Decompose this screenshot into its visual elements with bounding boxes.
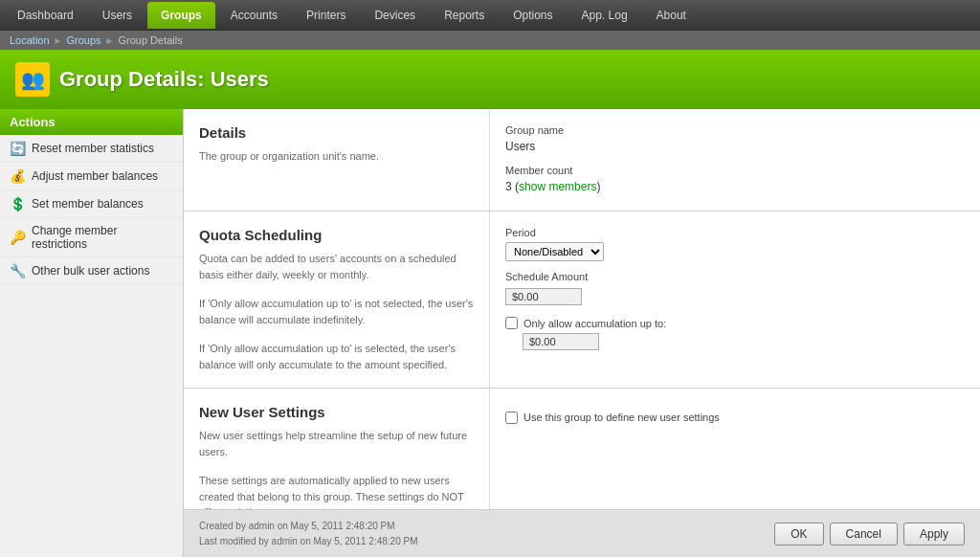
footer: Created by admin on May 5, 2011 2:48:20 … — [184, 509, 980, 557]
accumulation-label: Only allow accumulation up to: — [523, 318, 666, 329]
breadcrumb-location[interactable]: Location — [10, 34, 50, 46]
schedule-amount-label: Schedule Amount — [505, 271, 965, 282]
new-user-checkbox-row: Use this group to define new user settin… — [505, 412, 965, 424]
ok-button[interactable]: OK — [774, 523, 823, 546]
tab-options[interactable]: Options — [500, 2, 566, 29]
footer-modified: Last modified by admin on May 5, 2011 2:… — [199, 534, 417, 549]
new-user-checkbox[interactable] — [505, 412, 518, 424]
new-user-section: New User Settings New user settings help… — [184, 389, 980, 509]
page-title: Group Details: Users — [59, 67, 269, 92]
new-user-checkbox-label: Use this group to define new user settin… — [523, 412, 720, 423]
details-left: Details The group or organization unit's… — [184, 109, 490, 211]
group-name-value: Users — [505, 138, 965, 155]
tab-reports[interactable]: Reports — [431, 2, 498, 29]
accumulation-checkbox[interactable] — [505, 317, 518, 329]
period-select[interactable]: None/Disabled — [505, 242, 604, 261]
breadcrumb-groups[interactable]: Groups — [67, 34, 101, 46]
set-icon: 💲 — [10, 196, 26, 212]
sidebar-item-set[interactable]: 💲 Set member balances — [0, 190, 183, 218]
reset-icon: 🔄 — [10, 141, 26, 156]
period-label: Period — [505, 227, 965, 238]
new-user-desc2: These settings are automatically applied… — [199, 473, 474, 509]
accumulation-input[interactable] — [523, 333, 599, 350]
new-user-right: Use this group to define new user settin… — [490, 389, 980, 509]
sidebar-label-change: Change member restrictions — [32, 224, 173, 251]
page-header-icon: 👥 — [15, 62, 50, 97]
apply-button[interactable]: Apply — [903, 523, 965, 546]
period-select-wrapper: None/Disabled — [505, 242, 965, 261]
quota-left: Quota Scheduling Quota can be added to u… — [184, 212, 490, 388]
quota-desc1: Quota can be added to users' accounts on… — [199, 251, 474, 282]
tab-printers[interactable]: Printers — [293, 2, 359, 29]
member-count-value: 3 (show members) — [505, 178, 965, 195]
schedule-amount-input[interactable] — [505, 288, 582, 305]
breadcrumb-sep1: ► — [54, 35, 63, 46]
adjust-icon: 💰 — [10, 168, 26, 184]
sidebar-label-bulk: Other bulk user actions — [32, 264, 149, 278]
details-title: Details — [199, 124, 474, 141]
member-count-label: Member count — [505, 165, 965, 176]
breadcrumb-current: Group Details — [118, 34, 182, 46]
tab-dashboard[interactable]: Dashboard — [4, 2, 87, 29]
details-desc: The group or organization unit's name. — [199, 148, 474, 165]
sidebar-item-change[interactable]: 🔑 Change member restrictions — [0, 218, 183, 257]
cancel-button[interactable]: Cancel — [830, 523, 898, 546]
show-members-link[interactable]: show members — [519, 180, 596, 193]
top-navigation: Dashboard Users Groups Accounts Printers… — [0, 0, 980, 31]
breadcrumb-sep2: ► — [105, 35, 115, 46]
new-user-title: New User Settings — [199, 404, 474, 420]
sidebar-label-reset: Reset member statistics — [32, 142, 154, 155]
quota-desc3: If 'Only allow accumulation up to' is se… — [199, 341, 474, 372]
breadcrumb: Location ► Groups ► Group Details — [0, 31, 980, 50]
page-header: 👥 Group Details: Users — [0, 50, 980, 109]
footer-info: Created by admin on May 5, 2011 2:48:20 … — [199, 519, 417, 549]
new-user-left: New User Settings New user settings help… — [184, 389, 490, 509]
tab-applog[interactable]: App. Log — [568, 2, 641, 29]
change-icon: 🔑 — [10, 230, 26, 245]
group-name-label: Group name — [505, 124, 965, 136]
sidebar-header: Actions — [0, 109, 183, 135]
details-section: Details The group or organization unit's… — [184, 109, 980, 212]
quota-section: Quota Scheduling Quota can be added to u… — [184, 212, 980, 389]
member-count-number: 3 — [505, 180, 512, 193]
tab-devices[interactable]: Devices — [361, 2, 429, 29]
sidebar: Actions 🔄 Reset member statistics 💰 Adju… — [0, 109, 184, 557]
main-content: Actions 🔄 Reset member statistics 💰 Adju… — [0, 109, 980, 557]
content-wrapper: Details The group or organization unit's… — [184, 109, 980, 557]
new-user-desc1: New user settings help streamline the se… — [199, 428, 474, 459]
content-panel: Details The group or organization unit's… — [184, 109, 980, 509]
sidebar-label-set: Set member balances — [32, 197, 144, 211]
sidebar-item-bulk[interactable]: 🔧 Other bulk user actions — [0, 257, 183, 285]
accumulation-checkbox-row: Only allow accumulation up to: — [505, 317, 965, 329]
tab-users[interactable]: Users — [89, 2, 145, 29]
sidebar-item-reset[interactable]: 🔄 Reset member statistics — [0, 135, 183, 163]
quota-right: Period None/Disabled Schedule Amount Onl… — [490, 212, 980, 388]
bulk-icon: 🔧 — [10, 263, 26, 278]
sidebar-label-adjust: Adjust member balances — [32, 169, 158, 183]
footer-created: Created by admin on May 5, 2011 2:48:20 … — [199, 519, 417, 534]
tab-groups[interactable]: Groups — [147, 2, 215, 29]
footer-buttons: OK Cancel Apply — [774, 523, 965, 546]
tab-about[interactable]: About — [643, 2, 700, 29]
tab-accounts[interactable]: Accounts — [217, 2, 291, 29]
quota-desc2: If 'Only allow accumulation up to' is no… — [199, 296, 474, 327]
details-right: Group name Users Member count 3 (show me… — [490, 109, 980, 211]
quota-title: Quota Scheduling — [199, 227, 474, 243]
sidebar-item-adjust[interactable]: 💰 Adjust member balances — [0, 163, 183, 190]
